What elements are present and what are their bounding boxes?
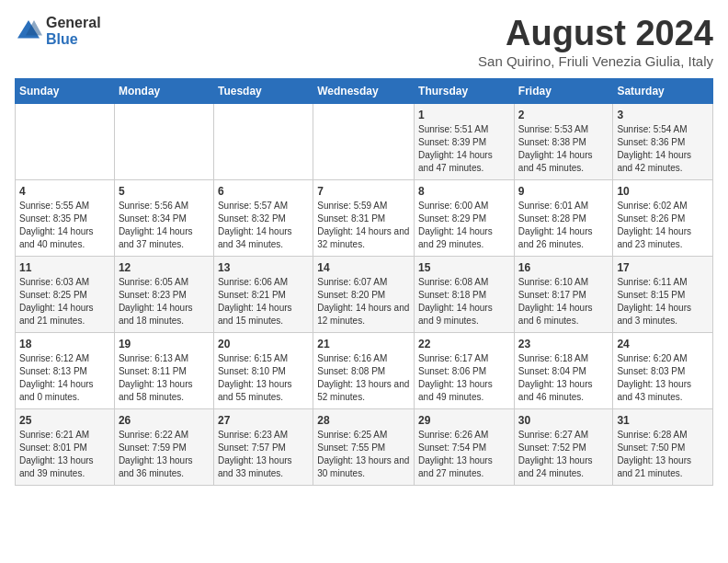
- day-info: Sunrise: 6:25 AM Sunset: 7:55 PM Dayligh…: [317, 429, 410, 480]
- logo-text: General Blue: [46, 15, 101, 47]
- calendar-week-1: 1Sunrise: 5:51 AM Sunset: 8:39 PM Daylig…: [16, 103, 713, 179]
- day-number: 15: [418, 261, 510, 274]
- day-number: 2: [518, 109, 609, 121]
- day-number: 3: [617, 109, 709, 121]
- day-info: Sunrise: 5:56 AM Sunset: 8:34 PM Dayligh…: [119, 200, 210, 251]
- day-info: Sunrise: 6:10 AM Sunset: 8:17 PM Dayligh…: [518, 276, 609, 327]
- calendar-cell: 20Sunrise: 6:15 AM Sunset: 8:10 PM Dayli…: [213, 332, 313, 408]
- calendar-table: Sunday Monday Tuesday Wednesday Thursday…: [15, 78, 713, 486]
- day-number: 19: [119, 338, 210, 350]
- calendar-cell: 22Sunrise: 6:17 AM Sunset: 8:06 PM Dayli…: [415, 332, 515, 408]
- day-info: Sunrise: 6:11 AM Sunset: 8:15 PM Dayligh…: [617, 276, 709, 327]
- logo-blue: Blue: [46, 31, 101, 48]
- calendar-cell: 23Sunrise: 6:18 AM Sunset: 8:04 PM Dayli…: [514, 332, 613, 408]
- day-number: 21: [317, 338, 410, 350]
- day-info: Sunrise: 6:08 AM Sunset: 8:18 PM Dayligh…: [418, 276, 510, 327]
- day-info: Sunrise: 6:27 AM Sunset: 7:52 PM Dayligh…: [518, 429, 609, 480]
- day-number: 6: [218, 185, 309, 198]
- day-info: Sunrise: 6:00 AM Sunset: 8:29 PM Dayligh…: [418, 200, 510, 251]
- header-wednesday: Wednesday: [313, 78, 415, 103]
- calendar-body: 1Sunrise: 5:51 AM Sunset: 8:39 PM Daylig…: [16, 103, 713, 485]
- calendar-cell: [16, 103, 115, 179]
- day-number: 12: [119, 261, 210, 274]
- calendar-cell: 10Sunrise: 6:02 AM Sunset: 8:26 PM Dayli…: [613, 179, 713, 256]
- day-number: 8: [418, 185, 510, 198]
- day-number: 5: [119, 185, 210, 198]
- calendar-cell: 1Sunrise: 5:51 AM Sunset: 8:39 PM Daylig…: [415, 103, 515, 179]
- calendar-cell: 12Sunrise: 6:05 AM Sunset: 8:23 PM Dayli…: [114, 256, 213, 332]
- calendar-cell: 7Sunrise: 5:59 AM Sunset: 8:31 PM Daylig…: [313, 179, 415, 256]
- calendar-cell: [114, 103, 213, 179]
- calendar-cell: 29Sunrise: 6:26 AM Sunset: 7:54 PM Dayli…: [415, 408, 515, 485]
- day-number: 28: [317, 414, 410, 427]
- header-thursday: Thursday: [415, 78, 515, 103]
- day-info: Sunrise: 6:01 AM Sunset: 8:28 PM Dayligh…: [518, 200, 609, 251]
- day-info: Sunrise: 6:28 AM Sunset: 7:50 PM Dayligh…: [617, 429, 709, 480]
- day-info: Sunrise: 5:55 AM Sunset: 8:35 PM Dayligh…: [19, 200, 110, 251]
- logo-general: General: [46, 15, 101, 31]
- logo: General Blue: [15, 15, 101, 47]
- calendar-cell: 24Sunrise: 6:20 AM Sunset: 8:03 PM Dayli…: [613, 332, 713, 408]
- calendar-header: Sunday Monday Tuesday Wednesday Thursday…: [16, 78, 713, 103]
- day-info: Sunrise: 5:51 AM Sunset: 8:39 PM Dayligh…: [418, 123, 510, 175]
- calendar-cell: 21Sunrise: 6:16 AM Sunset: 8:08 PM Dayli…: [313, 332, 415, 408]
- day-number: 16: [518, 261, 609, 274]
- calendar-cell: 14Sunrise: 6:07 AM Sunset: 8:20 PM Dayli…: [313, 256, 415, 332]
- calendar-cell: 15Sunrise: 6:08 AM Sunset: 8:18 PM Dayli…: [415, 256, 515, 332]
- calendar-cell: 6Sunrise: 5:57 AM Sunset: 8:32 PM Daylig…: [213, 179, 313, 256]
- day-info: Sunrise: 6:26 AM Sunset: 7:54 PM Dayligh…: [418, 429, 510, 480]
- day-info: Sunrise: 6:18 AM Sunset: 8:04 PM Dayligh…: [518, 352, 609, 404]
- day-number: 13: [218, 261, 309, 274]
- day-info: Sunrise: 6:17 AM Sunset: 8:06 PM Dayligh…: [418, 352, 510, 404]
- day-info: Sunrise: 6:02 AM Sunset: 8:26 PM Dayligh…: [617, 200, 709, 251]
- day-info: Sunrise: 6:23 AM Sunset: 7:57 PM Dayligh…: [218, 429, 309, 480]
- header-monday: Monday: [114, 78, 213, 103]
- calendar-week-5: 25Sunrise: 6:21 AM Sunset: 8:01 PM Dayli…: [16, 408, 713, 485]
- day-info: Sunrise: 6:21 AM Sunset: 8:01 PM Dayligh…: [19, 429, 110, 480]
- day-info: Sunrise: 6:05 AM Sunset: 8:23 PM Dayligh…: [119, 276, 210, 327]
- day-number: 24: [617, 338, 709, 350]
- title-block: August 2024 San Quirino, Friuli Venezia …: [478, 15, 713, 69]
- day-number: 9: [518, 185, 609, 198]
- day-info: Sunrise: 6:15 AM Sunset: 8:10 PM Dayligh…: [218, 352, 309, 404]
- day-number: 1: [418, 109, 510, 121]
- day-number: 25: [19, 414, 110, 427]
- calendar-cell: 30Sunrise: 6:27 AM Sunset: 7:52 PM Dayli…: [514, 408, 613, 485]
- calendar-cell: 8Sunrise: 6:00 AM Sunset: 8:29 PM Daylig…: [415, 179, 515, 256]
- day-info: Sunrise: 5:54 AM Sunset: 8:36 PM Dayligh…: [617, 123, 709, 175]
- calendar-week-2: 4Sunrise: 5:55 AM Sunset: 8:35 PM Daylig…: [16, 179, 713, 256]
- calendar-cell: 25Sunrise: 6:21 AM Sunset: 8:01 PM Dayli…: [16, 408, 115, 485]
- day-info: Sunrise: 5:59 AM Sunset: 8:31 PM Dayligh…: [317, 200, 410, 251]
- calendar-cell: 13Sunrise: 6:06 AM Sunset: 8:21 PM Dayli…: [213, 256, 313, 332]
- location-title: San Quirino, Friuli Venezia Giulia, Ital…: [478, 53, 713, 69]
- calendar-cell: 5Sunrise: 5:56 AM Sunset: 8:34 PM Daylig…: [114, 179, 213, 256]
- day-info: Sunrise: 6:13 AM Sunset: 8:11 PM Dayligh…: [119, 352, 210, 404]
- calendar-cell: 3Sunrise: 5:54 AM Sunset: 8:36 PM Daylig…: [613, 103, 713, 179]
- calendar-cell: 31Sunrise: 6:28 AM Sunset: 7:50 PM Dayli…: [613, 408, 713, 485]
- day-number: 31: [617, 414, 709, 427]
- day-number: 26: [119, 414, 210, 427]
- calendar-cell: 26Sunrise: 6:22 AM Sunset: 7:59 PM Dayli…: [114, 408, 213, 485]
- day-info: Sunrise: 6:20 AM Sunset: 8:03 PM Dayligh…: [617, 352, 709, 404]
- calendar-cell: 11Sunrise: 6:03 AM Sunset: 8:25 PM Dayli…: [16, 256, 115, 332]
- header-sunday: Sunday: [16, 78, 115, 103]
- day-number: 7: [317, 185, 410, 198]
- day-info: Sunrise: 5:53 AM Sunset: 8:38 PM Dayligh…: [518, 123, 609, 175]
- calendar-cell: [213, 103, 313, 179]
- day-number: 11: [19, 261, 110, 274]
- day-number: 30: [518, 414, 609, 427]
- calendar-cell: 18Sunrise: 6:12 AM Sunset: 8:13 PM Dayli…: [16, 332, 115, 408]
- day-info: Sunrise: 5:57 AM Sunset: 8:32 PM Dayligh…: [218, 200, 309, 251]
- logo-icon: [15, 17, 42, 45]
- calendar-week-4: 18Sunrise: 6:12 AM Sunset: 8:13 PM Dayli…: [16, 332, 713, 408]
- page-header: General Blue August 2024 San Quirino, Fr…: [15, 15, 713, 69]
- day-number: 27: [218, 414, 309, 427]
- header-saturday: Saturday: [613, 78, 713, 103]
- day-number: 18: [19, 338, 110, 350]
- day-info: Sunrise: 6:16 AM Sunset: 8:08 PM Dayligh…: [317, 352, 410, 404]
- calendar-cell: 19Sunrise: 6:13 AM Sunset: 8:11 PM Dayli…: [114, 332, 213, 408]
- day-number: 23: [518, 338, 609, 350]
- header-tuesday: Tuesday: [213, 78, 313, 103]
- calendar-cell: 28Sunrise: 6:25 AM Sunset: 7:55 PM Dayli…: [313, 408, 415, 485]
- calendar-cell: 9Sunrise: 6:01 AM Sunset: 8:28 PM Daylig…: [514, 179, 613, 256]
